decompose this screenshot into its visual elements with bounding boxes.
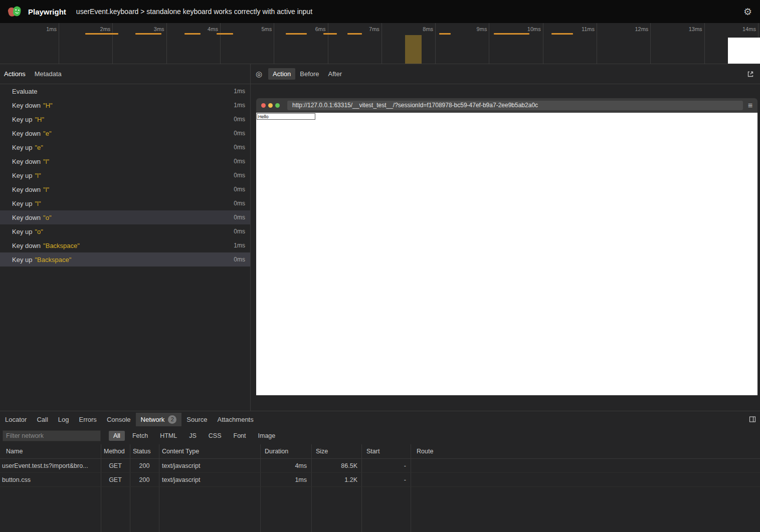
filmstrip-screenshot[interactable] xyxy=(728,38,760,64)
timeline-action-bar[interactable] xyxy=(323,33,337,35)
tab-attachments[interactable]: Attachments xyxy=(212,413,258,426)
network-filter-input[interactable] xyxy=(3,430,101,441)
action-list-item[interactable]: Key down"l"0ms xyxy=(0,154,250,168)
playwright-trace-viewer: Playwright userEvent.keyboard > standalo… xyxy=(0,0,760,532)
main-split: Actions Metadata Evaluate1msKey down"H"1… xyxy=(0,64,760,411)
page-text-input[interactable] xyxy=(257,113,315,120)
action-key-value: "e" xyxy=(43,130,51,137)
action-list-item[interactable]: Key up"l"0ms xyxy=(0,168,250,182)
tab-call[interactable]: Call xyxy=(32,413,53,426)
action-key-value: "l" xyxy=(43,158,49,165)
action-title: Key up"e" xyxy=(12,144,234,151)
tab-source[interactable]: Source xyxy=(181,413,212,426)
column-header-size: Size xyxy=(311,448,361,455)
hamburger-menu-icon[interactable]: ≡ xyxy=(748,101,752,110)
action-list-item[interactable]: Key down"o"0ms xyxy=(0,210,250,224)
timeline-tick-label: 13ms xyxy=(664,26,702,32)
header: Playwright userEvent.keyboard > standalo… xyxy=(0,0,760,23)
action-duration: 1ms xyxy=(234,102,245,109)
column-header-status: Status xyxy=(130,448,159,455)
timeline-tick-label: 12ms xyxy=(610,26,648,32)
timeline-action-bar[interactable] xyxy=(286,33,307,35)
cell-method: GET xyxy=(101,476,130,483)
filter-chip-all[interactable]: All xyxy=(109,431,125,441)
action-list-item[interactable]: Key up"Backspace"0ms xyxy=(0,252,250,267)
timeline[interactable]: 1ms2ms3ms4ms5ms6ms7ms8ms9ms10ms11ms12ms1… xyxy=(0,23,760,64)
timeline-action-bar[interactable] xyxy=(217,33,233,35)
action-list-item[interactable]: Key down"Backspace"1ms xyxy=(0,238,250,252)
snapshot-panel: ◎ ActionBeforeAfter http://127.0.0.1:633… xyxy=(251,64,760,411)
action-list-item[interactable]: Key up"l"0ms xyxy=(0,196,250,210)
timeline-action-bar[interactable] xyxy=(85,33,118,35)
action-list-item[interactable]: Key up"o"0ms xyxy=(0,224,250,238)
action-list-item[interactable]: Key down"H"1ms xyxy=(0,98,250,112)
network-count-badge: 2 xyxy=(168,415,176,424)
settings-gear-icon[interactable]: ⚙ xyxy=(743,6,752,18)
action-title: Key down"o" xyxy=(12,214,234,221)
snapshot-browser-window: http://127.0.0.1:63315/__vitest_test__/?… xyxy=(256,98,757,395)
timeline-tick-label: 6ms xyxy=(288,26,326,32)
timeline-tick-label: 4ms xyxy=(180,26,218,32)
cell-duration: 1ms xyxy=(260,476,311,483)
cell-method: GET xyxy=(101,462,130,469)
action-list-item[interactable]: Key up"e"0ms xyxy=(0,140,250,154)
timeline-action-bar[interactable] xyxy=(347,33,362,35)
action-list-item[interactable]: Evaluate1ms xyxy=(0,84,250,98)
filter-chip-html[interactable]: HTML xyxy=(155,431,181,441)
tab-log[interactable]: Log xyxy=(53,413,74,426)
action-key-value: "o" xyxy=(35,228,43,235)
action-list-item[interactable]: Key down"e"0ms xyxy=(0,126,250,140)
action-list-item[interactable]: Key up"H"0ms xyxy=(0,112,250,126)
timeline-gridline xyxy=(220,23,221,64)
pick-locator-icon[interactable]: ◎ xyxy=(256,70,262,79)
timeline-tick-label: 9ms xyxy=(449,26,487,32)
filter-chip-css[interactable]: CSS xyxy=(204,431,226,441)
action-list: Evaluate1msKey down"H"1msKey up"H"0msKey… xyxy=(0,84,250,411)
tab-metadata[interactable]: Metadata xyxy=(35,70,62,78)
action-duration: 1ms xyxy=(234,88,245,95)
timeline-gridline xyxy=(274,23,274,64)
filter-chip-image[interactable]: Image xyxy=(254,431,280,441)
timeline-gridline xyxy=(435,23,436,64)
action-duration: 0ms xyxy=(234,158,245,165)
browser-chrome-bar: http://127.0.0.1:63315/__vitest_test__/?… xyxy=(256,98,757,113)
column-header-method: Method xyxy=(101,448,130,455)
timeline-action-bar[interactable] xyxy=(551,33,573,35)
cell-start: - xyxy=(361,476,411,483)
open-snapshot-external-icon[interactable] xyxy=(747,71,754,78)
filter-chip-font[interactable]: Font xyxy=(229,431,251,441)
timeline-action-bar[interactable] xyxy=(184,33,201,35)
network-request-row[interactable]: userEvent.test.ts?import&bro...GET200tex… xyxy=(0,459,760,473)
timeline-gridline xyxy=(382,23,382,64)
timeline-gridline xyxy=(166,23,167,64)
tab-after[interactable]: After xyxy=(324,68,346,80)
cell-size: 86.5K xyxy=(311,462,361,469)
filter-chip-js[interactable]: JS xyxy=(184,431,201,441)
traffic-light-yellow xyxy=(268,103,273,108)
tab-console[interactable]: Console xyxy=(102,413,136,426)
cell-content-type: text/javascript xyxy=(159,462,260,469)
timeline-action-bar[interactable] xyxy=(439,33,451,35)
tab-action[interactable]: Action xyxy=(268,68,295,80)
timeline-tick-label: 2ms xyxy=(72,26,110,32)
app-name: Playwright xyxy=(28,8,66,16)
action-duration: 0ms xyxy=(234,200,245,207)
cell-name: userEvent.test.ts?import&bro... xyxy=(0,462,101,469)
action-title: Key down"H" xyxy=(12,102,234,109)
tab-before[interactable]: Before xyxy=(295,68,323,80)
action-list-item[interactable]: Key down"l"0ms xyxy=(0,182,250,196)
tab-network[interactable]: Network2 xyxy=(136,413,182,426)
network-request-row[interactable]: button.cssGET200text/javascript1ms1.2K- xyxy=(0,473,760,487)
column-header-duration: Duration xyxy=(260,448,311,455)
timeline-action-bar[interactable] xyxy=(494,33,529,35)
tab-locator[interactable]: Locator xyxy=(0,413,32,426)
snapshot-tab-strip: ActionBeforeAfter xyxy=(268,68,346,80)
cell-status: 200 xyxy=(130,462,159,469)
tab-errors[interactable]: Errors xyxy=(74,413,101,426)
timeline-action-bar[interactable] xyxy=(135,33,161,35)
snapshot-body: http://127.0.0.1:63315/__vitest_test__/?… xyxy=(251,84,760,411)
filter-chip-fetch[interactable]: Fetch xyxy=(128,431,152,441)
toggle-panel-layout-icon[interactable] xyxy=(749,416,756,423)
action-key-value: "H" xyxy=(43,102,53,109)
tab-actions[interactable]: Actions xyxy=(4,70,26,78)
